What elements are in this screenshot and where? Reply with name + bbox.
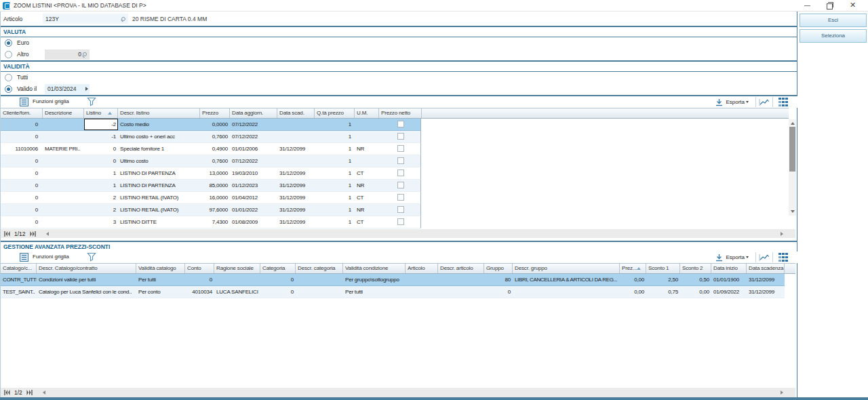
column-header[interactable]: Data aggiorn. [230, 108, 277, 118]
table-cell[interactable]: Per conto [136, 286, 185, 298]
hscroll-right-icon[interactable] [781, 391, 783, 395]
table-cell[interactable]: 0 [1, 131, 43, 142]
table-cell[interactable]: 0 [84, 155, 118, 167]
table-cell[interactable]: 0,00 [680, 286, 711, 298]
table-cell[interactable]: 31/12/2099 [747, 274, 785, 285]
table-cell[interactable]: 0,7600 [200, 131, 230, 142]
table-cell[interactable] [277, 131, 315, 142]
table-cell[interactable]: 31/12/2099 [277, 216, 315, 228]
column-header[interactable]: Gruppo [484, 264, 513, 273]
table-cell[interactable] [277, 155, 315, 167]
table-row[interactable]: TEST_SAINT..Catalogo per Luca Sanfelici … [1, 286, 785, 298]
first-page-icon[interactable] [4, 390, 10, 395]
table-cell[interactable]: 0,7600 [200, 155, 230, 167]
chart-icon[interactable] [755, 97, 773, 107]
table-cell[interactable]: 97,6000 [200, 204, 230, 216]
altro-radio[interactable] [5, 51, 12, 58]
table-cell[interactable]: 2,50 [646, 274, 680, 285]
table-row[interactable]: 03LISTINO DITTE7,430001/08/200931/12/209… [1, 216, 421, 228]
table-cell[interactable]: 0 [1, 180, 43, 191]
table-cell[interactable]: 07/12/2022 [230, 119, 277, 130]
column-header[interactable]: Prezzo netto [379, 108, 422, 118]
table-cell[interactable]: 0 [1, 155, 43, 167]
column-header[interactable]: Sconto 2 [680, 264, 711, 273]
column-header[interactable]: Ragione sociale [214, 264, 260, 273]
table-cell[interactable] [277, 119, 315, 130]
table-cell[interactable]: 3 [84, 216, 118, 228]
table-cell[interactable] [355, 119, 379, 130]
grid1-vertical-scrollbar[interactable] [789, 119, 796, 216]
table-cell[interactable]: 1 [315, 204, 355, 216]
articolo-input[interactable]: 123Y [43, 14, 128, 24]
table-cell[interactable]: Ultimo costo + oneri acc [118, 131, 200, 142]
table-cell[interactable]: 7,4300 [200, 216, 230, 228]
column-header[interactable]: Data scadenza [747, 264, 785, 273]
table-cell[interactable] [379, 155, 422, 167]
column-header[interactable]: Catalogo/c... [1, 264, 37, 273]
table-cell[interactable]: 0 [185, 274, 214, 285]
table-cell[interactable]: 19/03/2010 [230, 167, 277, 179]
prezzo-netto-checkbox[interactable] [397, 182, 404, 188]
hscroll-left-icon[interactable] [43, 391, 45, 395]
table-cell[interactable]: 13,0000 [200, 167, 230, 179]
table-cell[interactable]: 31/12/2099 [277, 192, 315, 203]
table-cell[interactable]: 1 [315, 180, 355, 191]
table-cell[interactable]: -2 [84, 119, 118, 130]
column-header[interactable]: Descr. gruppo [513, 264, 620, 273]
chart-icon[interactable] [755, 252, 773, 262]
table-cell[interactable]: LIBRI, CANCELLERIA & ARTICOLI DA REG... [513, 274, 620, 285]
table-cell[interactable]: 01/01/2006 [230, 143, 277, 155]
table-cell[interactable]: CT [355, 167, 379, 179]
table-cell[interactable] [513, 286, 620, 298]
table-cell[interactable] [406, 274, 438, 285]
table-cell[interactable]: 1 [315, 143, 355, 155]
valido-il-radio[interactable] [5, 85, 12, 93]
table-cell[interactable]: 0 [484, 286, 513, 298]
table-cell[interactable]: 31/12/2099 [747, 286, 785, 298]
table-cell[interactable]: 1 [84, 180, 118, 191]
column-header[interactable]: Listino [84, 108, 118, 118]
esporta-caret-icon[interactable] [746, 256, 749, 258]
table-cell[interactable]: CONTR_TUTTI [1, 274, 37, 285]
column-header[interactable]: Data inizio [711, 264, 747, 273]
table-row[interactable]: 11010006MATERIE PRI..0Speciale fornitore… [1, 143, 421, 155]
table-cell[interactable] [406, 286, 438, 298]
minimize-icon[interactable] [804, 0, 821, 12]
close-icon[interactable]: ✕ [850, 0, 866, 12]
table-cell[interactable] [214, 274, 260, 285]
table-cell[interactable]: Catalogo per Luca Sanfelici con le cond.… [37, 286, 136, 298]
table-cell[interactable]: 01/12/2023 [230, 180, 277, 191]
table-cell[interactable] [379, 167, 422, 179]
table-cell[interactable] [43, 180, 84, 191]
column-header[interactable]: Prezzo [200, 108, 230, 118]
table-cell[interactable]: 11010006 [1, 143, 43, 155]
prezzo-netto-checkbox[interactable] [397, 121, 404, 127]
table-cell[interactable] [379, 119, 422, 130]
esporta-caret-icon[interactable] [746, 101, 749, 103]
table-cell[interactable] [379, 180, 422, 191]
filter-icon[interactable] [87, 252, 96, 262]
table-cell[interactable]: 31/12/2099 [277, 204, 315, 216]
table-cell[interactable]: 1 [315, 216, 355, 228]
table-cell[interactable]: 0 [1, 167, 43, 179]
table-cell[interactable]: 1 [315, 119, 355, 130]
table-row[interactable]: 01LISTINO DI PARTENZA85,000001/12/202331… [1, 180, 421, 192]
esporta-button[interactable]: Esporta [726, 254, 745, 260]
table-cell[interactable]: 0 [260, 274, 296, 285]
table-cell[interactable]: Per tutti [343, 286, 406, 298]
table-cell[interactable]: LISTINO DI PARTENZA [118, 180, 200, 191]
table-cell[interactable]: Costo medio [118, 119, 200, 130]
table-row[interactable]: 01LISTINO DI PARTENZA13,000019/03/201031… [1, 167, 421, 180]
table-cell[interactable]: 1 [315, 192, 355, 203]
table-cell[interactable]: NR [355, 180, 379, 191]
table-cell[interactable] [438, 286, 484, 298]
altro-input[interactable]: 0 [45, 49, 90, 60]
table-cell[interactable]: 01/09/2022 [711, 286, 747, 298]
table-cell[interactable] [296, 286, 343, 298]
prezzo-netto-checkbox[interactable] [397, 194, 404, 201]
first-page-icon[interactable] [4, 231, 10, 237]
table-cell[interactable]: Speciale fornitore 1 [118, 143, 200, 155]
export-download-icon[interactable] [715, 254, 724, 262]
column-header[interactable]: Validità catalogo [136, 264, 185, 273]
column-header[interactable]: Descr. Catalogo/contratto [37, 264, 136, 273]
